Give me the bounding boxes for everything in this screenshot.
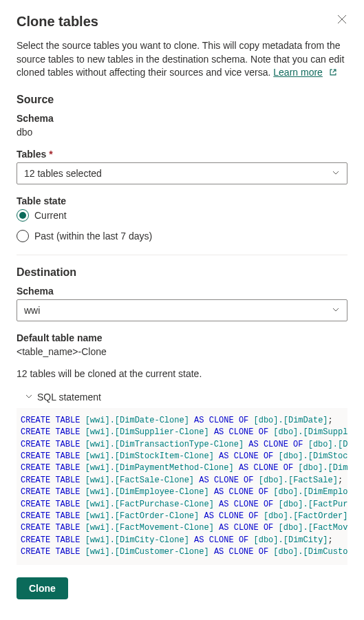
sql-line: CREATE TABLE [wwi].[DimSupplier-Clone] A… [21,427,343,438]
external-link-icon [328,67,338,81]
radio-option-current[interactable]: Current [17,209,347,222]
sql-line: CREATE TABLE [wwi].[DimDate-Clone] AS CL… [21,415,343,427]
section-divider [17,255,347,255]
sql-code-block: CREATE TABLE [wwi].[DimDate-Clone] AS CL… [17,408,347,566]
sql-line: CREATE TABLE [wwi].[FactOrder-Clone] AS … [21,511,343,522]
sql-statement-label: SQL statement [37,392,101,403]
sql-line: CREATE TABLE [wwi].[DimEmployee-Clone] A… [21,487,343,498]
source-heading: Source [17,94,347,106]
destination-schema-value: wwi [24,305,40,316]
radio-icon [17,230,29,242]
chevron-down-icon [25,392,33,403]
radio-label-past: Past (within the last 7 days) [34,231,152,242]
sql-line: CREATE TABLE [wwi].[FactSale-Clone] AS C… [21,475,343,487]
chevron-down-icon [332,305,340,316]
sql-line: CREATE TABLE [wwi].[DimTransactionType-C… [21,439,343,451]
sql-line: CREATE TABLE [wwi].[DimCustomer-Clone] A… [21,546,343,558]
table-state-radio-group: Current Past (within the last 7 days) [17,209,347,242]
source-tables-label: Tables * [17,149,347,160]
sql-line: CREATE TABLE [wwi].[DimStockItem-Clone] … [21,451,343,462]
sql-line: CREATE TABLE [wwi].[DimPaymentMethod-Clo… [21,462,343,474]
clone-status-text: 12 tables will be cloned at the current … [17,368,347,379]
tables-select-value: 12 tables selected [24,168,102,179]
close-button[interactable] [336,14,347,25]
radio-icon [17,209,29,222]
radio-option-past[interactable]: Past (within the last 7 days) [17,230,347,242]
dialog-title: Clone tables [17,14,98,30]
sql-statement-toggle[interactable]: SQL statement [25,389,347,405]
sql-line: CREATE TABLE [wwi].[FactMovement-Clone] … [21,522,343,534]
clone-button[interactable]: Clone [17,577,68,599]
learn-more-link[interactable]: Learn more [273,67,323,78]
radio-label-current: Current [34,210,67,221]
chevron-down-icon [332,168,340,179]
tables-select[interactable]: 12 tables selected [17,162,347,184]
source-schema-value: dbo [17,127,347,138]
default-table-name-label: Default table name [17,332,347,343]
table-state-label: Table state [17,195,347,206]
source-schema-label: Schema [17,113,347,124]
description-text: Select the source tables you want to clo… [17,39,347,81]
destination-schema-label: Schema [17,286,347,297]
sql-line: CREATE TABLE [wwi].[DimCity-Clone] AS CL… [21,535,343,546]
destination-schema-select[interactable]: wwi [17,299,347,321]
default-table-name-value: <table_name>-Clone [17,346,347,357]
close-icon [337,14,347,24]
required-asterisk: * [49,149,52,160]
destination-heading: Destination [17,266,347,279]
sql-line: CREATE TABLE [wwi].[FactPurchase-Clone] … [21,499,343,511]
